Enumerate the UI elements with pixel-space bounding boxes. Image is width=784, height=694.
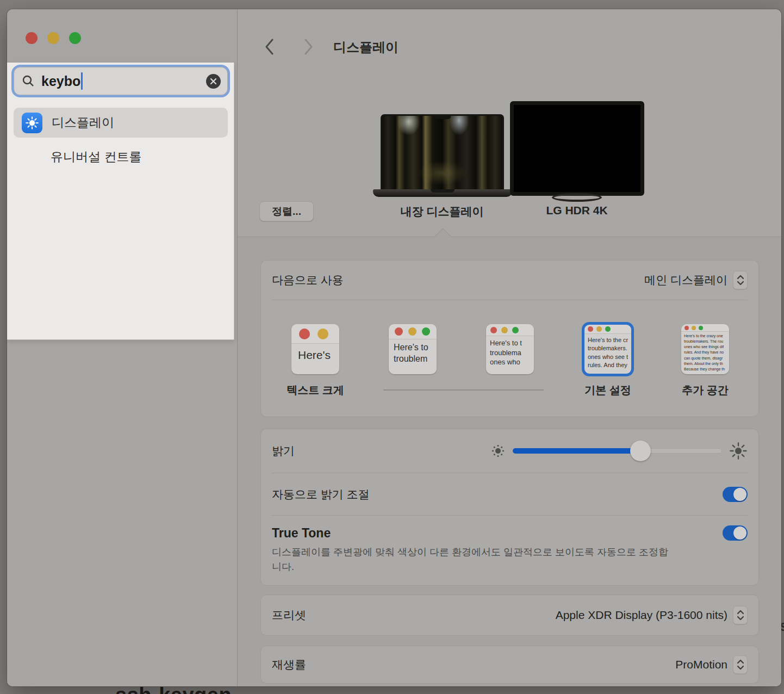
brightness-label: 밝기 (272, 443, 295, 458)
text-cursor (81, 72, 83, 90)
preset-card: 프리셋 Apple XDR Display (P3-1600 nits) (261, 595, 758, 635)
more-space-label: 추가 공간 (662, 383, 749, 398)
clear-search-button[interactable] (206, 74, 221, 89)
laptop-base (373, 189, 512, 197)
slider-fill (513, 448, 640, 454)
true-tone-description: 디스플레이를 주변광에 맞춰 색상이 다른 환경에서도 일관적으로 보이도록 자… (272, 545, 674, 574)
clear-x-icon (210, 78, 217, 85)
slider-thumb[interactable] (630, 441, 651, 461)
chevron-up-icon (737, 275, 744, 280)
chevron-up-icon (737, 610, 744, 615)
use-as-value: 메인 디스플레이 (644, 272, 727, 288)
selected-display-caret (434, 228, 452, 246)
search-icon (22, 75, 35, 88)
chevron-left-icon (265, 39, 274, 55)
brightness-row: 밝기 (261, 429, 758, 473)
auto-brightness-toggle[interactable] (723, 487, 748, 502)
search-result-universal-control[interactable]: 유니버설 컨트롤 (14, 142, 228, 172)
auto-brightness-label: 자동으로 밝기 조절 (272, 487, 370, 502)
refresh-rate-row: 재생률 ProMotion (261, 646, 758, 683)
system-settings-window: keybo (7, 9, 781, 686)
external-display-label: LG HDR 4K (512, 204, 642, 217)
preset-value: Apple XDR Display (P3-1600 nits) (556, 609, 727, 622)
chevron-right-icon (304, 39, 313, 55)
use-as-label: 다음으로 사용 (272, 272, 344, 288)
search-input[interactable]: keybo (14, 67, 228, 95)
back-button[interactable] (259, 36, 279, 57)
header: 디스플레이 (238, 9, 781, 64)
page-title: 디스플레이 (333, 39, 399, 56)
display-brightness-icon (22, 113, 42, 133)
chevron-down-icon (737, 281, 744, 286)
settings-section: 다음으로 사용 메인 디스플레이 Here's Here's (238, 237, 781, 686)
brightness-dim-icon (490, 443, 506, 458)
true-tone-label: True Tone (272, 526, 331, 541)
search-result-label: 디스플레이 (52, 114, 114, 131)
chevron-up-icon (737, 659, 744, 664)
scaling-option-more-space[interactable]: Here's to the crazy onetroublemakers. Th… (681, 324, 729, 374)
use-as-row: 다음으로 사용 메인 디스플레이 (261, 261, 758, 300)
true-tone-toggle[interactable] (723, 525, 748, 541)
forward-button[interactable] (298, 36, 318, 57)
preset-dropdown[interactable] (733, 606, 748, 624)
search-result-label: 유니버설 컨트롤 (51, 148, 141, 165)
larger-text-label: 텍스트 크게 (272, 383, 359, 398)
scaling-option-3[interactable]: Here's to ttroublemaones who (486, 324, 534, 374)
scaling-option-default[interactable]: Here's to the crtroublemakers.ones who s… (584, 324, 632, 374)
scaling-options: Here's Here's totroublem Here's to ttrou… (261, 300, 758, 417)
laptop-notch (434, 116, 451, 119)
zoom-button[interactable] (69, 32, 81, 44)
refresh-rate-value: ProMotion (675, 658, 727, 671)
search-query-text: keybo (41, 73, 80, 89)
external-display-preview[interactable] (510, 101, 644, 196)
search-results-panel: keybo (7, 63, 234, 340)
display-settings-pane: 디스플레이 정렬... 내장 디스플레이 LG HDR 4K 다음으로 사용 메… (238, 9, 781, 686)
scaling-divider-line (383, 389, 544, 391)
refresh-rate-card: 재생률 ProMotion (261, 646, 758, 683)
window-controls (26, 32, 81, 44)
default-label: 기본 설정 (564, 383, 651, 398)
close-button[interactable] (26, 32, 38, 44)
preset-row: 프리셋 Apple XDR Display (P3-1600 nits) (261, 595, 758, 635)
refresh-rate-label: 재생률 (272, 657, 306, 672)
sidebar: keybo (7, 9, 238, 686)
minimize-button[interactable] (47, 32, 59, 44)
auto-brightness-row: 자동으로 밝기 조절 (261, 473, 758, 515)
monitor-stand (552, 193, 602, 202)
resolution-card: 다음으로 사용 메인 디스플레이 Here's Here's (261, 261, 758, 417)
refresh-rate-dropdown[interactable] (733, 655, 748, 674)
chevron-down-icon (737, 616, 744, 621)
brightness-card: 밝기 (261, 429, 758, 585)
scaling-option-2[interactable]: Here's totroublem (389, 324, 437, 374)
brightness-slider[interactable] (513, 441, 722, 461)
builtin-display-preview[interactable] (381, 114, 504, 189)
true-tone-row: True Tone 디스플레이를 주변광에 맞춰 색상이 다른 환경에서도 일관… (261, 516, 758, 574)
chevron-down-icon (737, 665, 744, 670)
search-result-displays[interactable]: 디스플레이 (14, 108, 228, 138)
scaling-option-larger-text[interactable]: Here's (291, 324, 339, 374)
arrange-displays-button[interactable]: 정렬... (259, 201, 314, 221)
builtin-display-label: 내장 디스플레이 (377, 204, 507, 219)
preset-label: 프리셋 (272, 608, 306, 623)
brightness-full-icon (729, 442, 748, 460)
use-as-dropdown[interactable] (733, 271, 748, 289)
